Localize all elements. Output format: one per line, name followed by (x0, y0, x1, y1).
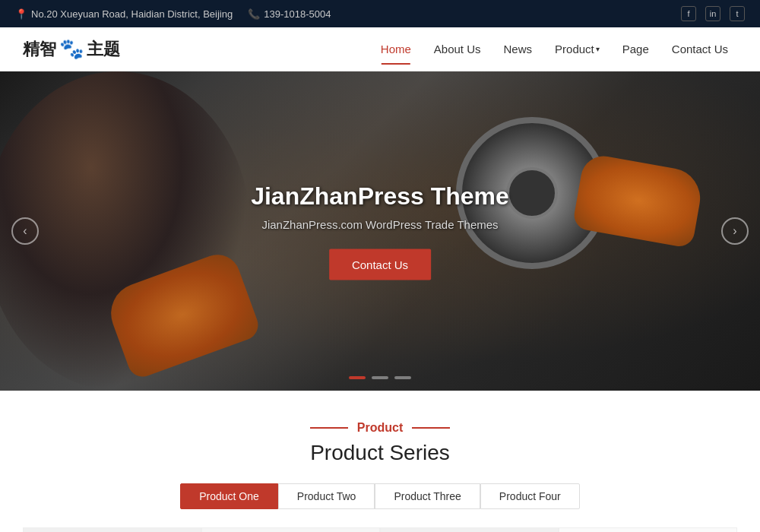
section-label: Product (23, 421, 737, 435)
tab-product-one[interactable]: Product One (180, 483, 278, 509)
hero-prev-arrow[interactable]: ‹ (11, 217, 39, 245)
phone-text: 139-1018-5004 (264, 8, 331, 20)
hero-section: JianZhanPress Theme JianZhanPress.com Wo… (0, 71, 760, 391)
nav-item-about[interactable]: About Us (425, 36, 490, 62)
hero-content: JianZhanPress Theme JianZhanPress.com Wo… (251, 182, 509, 280)
logo-text-left: 精智 (23, 38, 56, 61)
nav-item-home[interactable]: Home (372, 36, 420, 62)
address-text: No.20 Xueyuan Road, Haidian District, Be… (31, 8, 233, 20)
linkedin-icon[interactable]: in (705, 6, 720, 21)
logo-paw: 🐾 (59, 37, 84, 61)
main-nav: Home About Us News Product ▾ Page Contac… (372, 36, 737, 62)
logo-text-right: 主题 (87, 38, 120, 61)
hero-dot-2[interactable] (372, 376, 388, 379)
product-tabs: Product One Product Two Product Three Pr… (23, 483, 737, 509)
hero-next-arrow[interactable]: › (721, 217, 749, 245)
products-section: Product Product Series Product One Produ… (0, 391, 760, 532)
top-bar: 📍 No.20 Xueyuan Road, Haidian District, … (0, 0, 760, 27)
product-card-4[interactable] (559, 527, 737, 532)
tab-product-two[interactable]: Product Two (278, 483, 375, 509)
hero-title: JianZhanPress Theme (251, 182, 509, 211)
hero-contact-button[interactable]: Contact Us (329, 249, 431, 280)
phone-info: 📞 139-1018-5004 (248, 8, 331, 20)
hero-subtitle: JianZhanPress.com WordPress Trade Themes (251, 218, 509, 231)
section-label-line-right (412, 427, 450, 429)
top-bar-left: 📍 No.20 Xueyuan Road, Haidian District, … (15, 8, 331, 20)
product-card-3[interactable] (380, 527, 559, 532)
twitter-icon[interactable]: t (730, 6, 745, 21)
logo[interactable]: 精智 🐾 主题 (23, 37, 120, 61)
section-label-text: Product (357, 421, 403, 435)
location-icon: 📍 (15, 8, 27, 20)
nav-item-page[interactable]: Page (613, 36, 658, 62)
address-info: 📍 No.20 Xueyuan Road, Haidian District, … (15, 8, 233, 20)
social-links: f in t (681, 6, 745, 21)
header: 精智 🐾 主题 Home About Us News Product ▾ Pag… (0, 27, 760, 71)
hero-dot-3[interactable] (394, 376, 411, 379)
product-card-1[interactable] (23, 527, 201, 532)
product-grid (23, 527, 737, 532)
product-dropdown-arrow: ▾ (596, 45, 600, 53)
tab-product-four[interactable]: Product Four (480, 483, 580, 509)
facebook-icon[interactable]: f (681, 6, 696, 21)
nav-item-news[interactable]: News (495, 36, 542, 62)
nav-item-product[interactable]: Product ▾ (546, 36, 609, 62)
hero-dot-1[interactable] (349, 376, 366, 379)
hero-dots (349, 376, 411, 379)
section-label-line-left (310, 427, 348, 429)
tab-product-three[interactable]: Product Three (375, 483, 480, 509)
phone-icon: 📞 (248, 8, 260, 20)
product-card-2[interactable] (201, 527, 380, 532)
section-title: Product Series (23, 441, 737, 465)
nav-item-contact[interactable]: Contact Us (663, 36, 737, 62)
